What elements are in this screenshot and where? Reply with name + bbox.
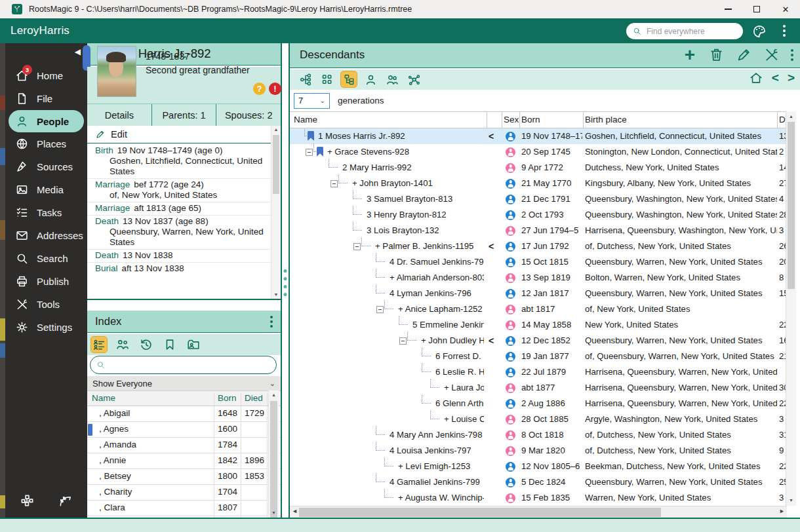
tree-row[interactable]: + John Brayton-140121 May 1770Kingsbury,… <box>290 176 787 191</box>
tree-row[interactable]: 6 Forrest D. Hubbell-149319 Jan 1877of, … <box>290 349 787 364</box>
male-info-icon[interactable] <box>506 478 515 487</box>
tree-row[interactable]: 3 Samuel Brayton-81321 Dec 1791Queensbur… <box>290 191 787 207</box>
app-menu-icon[interactable] <box>783 25 786 37</box>
tree-cell-name[interactable]: 2 Mary Harris-992 <box>342 160 484 176</box>
collapse-box-icon[interactable] <box>399 337 407 345</box>
sidebar-item-places[interactable]: Places <box>5 132 87 155</box>
search-input[interactable] <box>645 26 736 37</box>
tree-cell-name[interactable]: 4 Mary Ann Jenkins-798 <box>390 427 484 443</box>
index-menu-icon[interactable] <box>270 316 273 328</box>
sidebar-item-home[interactable]: 3Home <box>5 64 87 87</box>
sidebar-item-tasks[interactable]: Tasks <box>5 201 87 224</box>
find-everywhere-search[interactable] <box>626 23 743 39</box>
tree-row[interactable]: + Louise Cheritree Smith-149228 Oct 1885… <box>290 411 787 427</box>
male-info-icon[interactable] <box>506 132 515 142</box>
collapse-chevron-icon[interactable]: < <box>489 238 494 254</box>
pedigree-view-icon[interactable] <box>297 71 314 88</box>
couple-view-icon[interactable] <box>384 71 401 88</box>
tree-row[interactable]: 1 Moses Harris Jr.-892<19 Nov 1748–1749G… <box>290 128 787 144</box>
tree-row[interactable]: 3 Lois Brayton-13227 Jun 1794–5Harrisena… <box>290 223 787 238</box>
tree-row[interactable]: 6 Glenn Arthur Hubbell-14912 Aug 1886Har… <box>290 396 787 411</box>
tree-row[interactable]: 2 Mary Harris-9929 Apr 1772Dutchess, New… <box>290 160 787 176</box>
index-row[interactable]: , Abigail16481729 <box>87 406 281 422</box>
fact-row[interactable]: Marriagebef 1772 (age 24)of, New York, U… <box>87 179 271 202</box>
index-row[interactable]: , Agnes1600 <box>87 422 281 438</box>
collapse-chevron-icon[interactable]: < <box>489 128 494 144</box>
index-search-box[interactable] <box>90 356 277 374</box>
problem-icon[interactable]: ! <box>269 83 281 95</box>
col-born[interactable]: Born <box>521 115 540 124</box>
add-icon[interactable]: + <box>683 47 697 63</box>
network-view-icon[interactable] <box>405 71 422 88</box>
close-button[interactable]: ✕ <box>771 0 800 18</box>
col-death[interactable]: D <box>779 115 786 124</box>
female-info-icon[interactable] <box>506 320 515 330</box>
descendants-menu-icon[interactable] <box>791 49 793 61</box>
index-row[interactable]: , Annie18421896 <box>87 453 281 469</box>
group-icon[interactable] <box>114 336 131 353</box>
male-info-icon[interactable] <box>506 352 515 362</box>
tree-vertical-scrollbar[interactable]: ▲ ▼ <box>786 111 796 506</box>
female-info-icon[interactable] <box>506 305 515 314</box>
index-scrollbar[interactable]: ▲ ▼ <box>268 390 279 518</box>
male-info-icon[interactable] <box>506 210 515 220</box>
tree-cell-name[interactable]: + Grace Stevens-928 <box>327 144 484 160</box>
col-name[interactable]: Name <box>294 115 317 124</box>
descendants-view-icon[interactable] <box>340 71 357 88</box>
sidebar-item-tools[interactable]: Tools <box>5 293 87 316</box>
person-list-icon[interactable] <box>90 336 108 353</box>
delete-icon[interactable] <box>708 47 725 63</box>
male-info-icon[interactable] <box>506 336 515 346</box>
female-info-icon[interactable] <box>506 163 515 173</box>
tree-row[interactable]: + John Dudley Hubbell-497<12 Dec 1852Que… <box>290 333 787 349</box>
index-row[interactable]: , Betsey18001853 <box>87 469 281 485</box>
index-col-name[interactable]: Name <box>92 393 115 403</box>
tree-row[interactable]: 4 Louisa Jenkins-7979 Mar 1820of, Dutche… <box>290 443 787 459</box>
index-col-born[interactable]: Born <box>218 393 237 403</box>
minimize-button[interactable] <box>713 0 742 18</box>
female-info-icon[interactable] <box>506 493 515 503</box>
tree-cell-name[interactable]: 4 Louisa Jenkins-797 <box>390 443 484 459</box>
fact-row[interactable]: Burialaft 13 Nov 1838 <box>87 263 271 275</box>
tree-cell-name[interactable]: 3 Henry Brayton-812 <box>367 207 484 223</box>
col-sex[interactable]: Sex <box>504 115 519 124</box>
tab-details[interactable]: Details <box>87 104 152 126</box>
sidebar-item-sources[interactable]: Sources <box>5 155 87 178</box>
male-info-icon[interactable] <box>506 462 515 472</box>
index-col-died[interactable]: Died <box>245 393 263 403</box>
edit-button[interactable]: Edit <box>87 126 271 143</box>
collapse-chevron-icon[interactable]: < <box>489 333 494 349</box>
tree-row[interactable]: 4 Lyman Jenkins-79612 Jan 1817Queensbury… <box>290 286 787 301</box>
female-info-icon[interactable] <box>506 147 515 157</box>
sidebar-item-media[interactable]: Media <box>5 178 87 201</box>
panel-splitter[interactable] <box>282 43 289 518</box>
tree-row[interactable]: 4 Gamaliel Jenkins-7995 Dec 1824Queensbu… <box>290 474 787 490</box>
fact-row[interactable]: Birth19 Nov 1748–1749 (age 0)Goshen, Lit… <box>87 145 271 179</box>
tree-cell-name[interactable]: + Almariah Anderson-803 <box>390 270 484 286</box>
generations-select[interactable]: 7 ⌄ <box>294 93 330 109</box>
tree-cell-name[interactable]: 6 Leslie R. Hubbell-1489 <box>435 364 484 380</box>
tree-row[interactable]: 3 Henry Brayton-8122 Oct 1793Queensbury,… <box>290 207 787 223</box>
tree-row[interactable]: + Anice Lapham-1252abt 1817of, New York,… <box>290 301 787 317</box>
maximize-button[interactable] <box>742 0 771 18</box>
tree-cell-name[interactable]: 4 Dr. Samuel Jenkins-795 <box>390 254 484 270</box>
tree-cell-name[interactable]: + John Brayton-1401 <box>352 176 484 191</box>
tree-cell-name[interactable]: + Laura Josephine Buck-1490 <box>444 380 484 396</box>
female-info-icon[interactable] <box>506 383 515 393</box>
tab-spouses[interactable]: Spouses: 2 <box>216 104 281 126</box>
folder-person-icon[interactable] <box>185 336 202 353</box>
person-view-icon[interactable] <box>362 71 379 88</box>
tree-cell-name[interactable]: 3 Samuel Brayton-813 <box>367 191 484 207</box>
male-info-icon[interactable] <box>506 242 515 252</box>
tree-cell-name[interactable]: 3 Lois Brayton-132 <box>367 223 484 238</box>
fact-row[interactable]: Marriageaft 1813 (age 65) <box>87 202 271 216</box>
edit-icon[interactable] <box>736 47 752 63</box>
sidebar-item-settings[interactable]: Settings <box>5 316 87 339</box>
index-row[interactable]: , Amanda1784 <box>87 438 281 453</box>
male-info-icon[interactable] <box>506 289 515 299</box>
female-info-icon[interactable] <box>506 415 515 425</box>
tab-parents[interactable]: Parents: 1 <box>152 104 217 126</box>
tree-row[interactable]: + Almariah Anderson-80313 Sep 1819Bolton… <box>290 270 787 286</box>
male-info-icon[interactable] <box>506 179 515 189</box>
tools-icon[interactable] <box>763 47 780 63</box>
